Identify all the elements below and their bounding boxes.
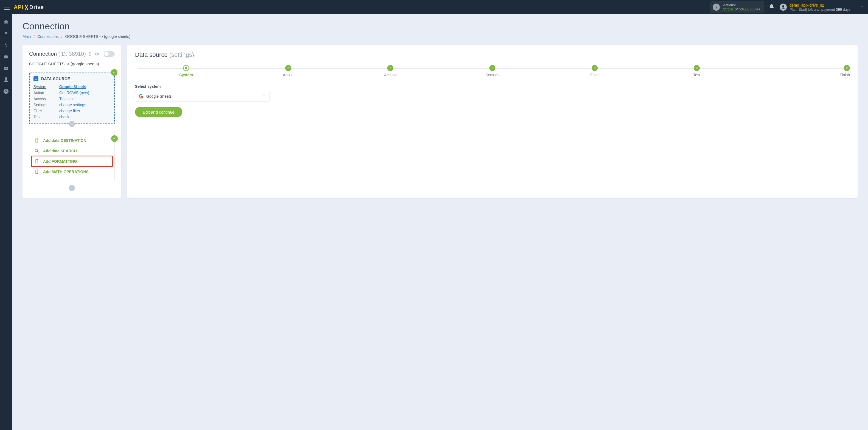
breadcrumb-current: GOOGLE SHEETS -> (google sheets) [65,34,131,39]
add-destination-button[interactable]: Add data DESTINATION [32,135,112,146]
nav-billing-icon[interactable] [3,42,9,48]
actions-percent: (50%) [750,7,760,11]
add-options-card: Add data DESTINATION Add data SEARCH Add… [29,130,115,182]
ds-action-label: Action [33,91,56,95]
ds-settings-label: Settings [33,103,56,107]
avatar-icon [780,4,787,11]
step-action[interactable]: Action [237,65,339,77]
add-formatting-button[interactable]: Add FORMATTING [32,156,112,166]
step-test[interactable]: Test [646,65,748,77]
search-icon [34,148,40,154]
data-source-settings-card: Data source (settings) System Action [127,45,858,198]
step-finish[interactable]: Finish [748,65,850,77]
connection-subtitle: GOOGLE SHEETS -> (google sheets) [29,61,115,68]
side-rail [0,14,12,430]
connection-heading: Connection [29,51,57,57]
menu-toggle[interactable] [4,5,10,10]
right-title-suffix: (settings) [169,51,194,58]
breadcrumb: Main / Connections / GOOGLE SHEETS -> (g… [23,34,858,39]
nav-briefcase-icon[interactable] [3,54,9,60]
data-source-title: DATA SOURCE [41,76,70,81]
actions-summary[interactable]: i Actions: 25'161 of 50'000 (50%) [710,1,764,13]
step-number-badge: 1 [33,76,38,81]
nav-home-icon[interactable] [3,19,9,25]
nav-profile-icon[interactable] [3,77,9,83]
chevron-down-icon [860,5,864,10]
bell-icon [769,4,775,10]
step-filter[interactable]: Filter [544,65,646,77]
ds-access-value[interactable]: Tina User [59,97,76,101]
ds-settings-value[interactable]: change settings [59,103,86,107]
add-connector-top-button[interactable]: + [69,121,75,127]
connection-id: (ID: 38910) [58,51,86,57]
step-system[interactable]: System [135,65,237,77]
actions-label: Actions: [723,3,760,7]
clipboard-icon [34,137,40,144]
add-math-button[interactable]: Add MATH OPERATIONS [32,166,112,177]
nav-help-icon[interactable] [3,88,9,94]
page-title: Connection [23,21,858,32]
actions-used: 25'161 [723,7,734,11]
info-icon: i [713,4,720,11]
ds-filter-value[interactable]: change filter [59,109,80,113]
connection-enable-toggle[interactable] [104,51,115,57]
data-source-box[interactable]: 1 DATA SOURCE System Google Sheets Actio… [29,72,115,124]
right-title: Data source [135,51,168,58]
user-menu[interactable]: demo_apix-drive_s2 Plan |Start| left unt… [780,3,864,11]
edit-continue-button[interactable]: Edit and continue [135,107,182,117]
ds-access-label: Access [33,97,56,101]
ds-system-label: System [33,85,56,89]
ds-system-value[interactable]: Google Sheets [59,85,86,89]
check-badge-icon [111,135,118,142]
system-select[interactable]: Google Sheets [135,91,270,102]
actions-total: 50'000 [739,7,749,11]
nav-connections-icon[interactable] [3,31,9,37]
google-icon [138,94,144,99]
system-select-value: Google Sheets [146,94,259,98]
gear-icon[interactable] [95,52,99,56]
actions-of: of [735,7,738,11]
nav-video-icon[interactable] [3,65,9,71]
check-badge-icon [111,69,118,76]
ds-action-value[interactable]: Get ROWS (new) [59,91,89,95]
wizard-stepper: System Action Access Settings [135,65,850,77]
add-search-button[interactable]: Add data SEARCH [32,146,112,156]
ds-filter-label: Filter [33,109,56,113]
breadcrumb-connections[interactable]: Connections [37,34,59,39]
add-search-label: Add data SEARCH [43,149,77,153]
select-system-label: Select system [135,84,850,89]
notifications-button[interactable] [769,4,775,11]
ds-test-label: Test [33,115,56,119]
clipboard-icon [34,169,40,175]
logo-x-icon [24,5,29,10]
add-destination-label: Add data DESTINATION [43,138,87,143]
topbar: APIDrive i Actions: 25'161 of 50'000 (50… [0,0,868,14]
chevron-down-icon [262,94,266,99]
note-icon[interactable] [88,52,92,56]
logo[interactable]: APIDrive [14,4,43,10]
ds-test-value[interactable]: check [59,115,69,119]
add-math-label: Add MATH OPERATIONS [43,170,89,174]
connection-sidebar-card: Connection (ID: 38910) GOOGLE SHEETS -> … [23,45,121,198]
clipboard-icon [34,158,40,164]
content-area: Connection Main / Connections / GOOGLE S… [12,14,868,430]
add-formatting-label: Add FORMATTING [43,159,77,163]
username: demo_apix-drive_s2 [789,3,850,7]
step-access[interactable]: Access [339,65,441,77]
add-connector-bottom-button[interactable]: + [69,185,75,191]
step-settings[interactable]: Settings [441,65,544,77]
breadcrumb-main[interactable]: Main [23,34,31,39]
plan-line: Plan |Start| left until payment 360 days [789,7,850,11]
